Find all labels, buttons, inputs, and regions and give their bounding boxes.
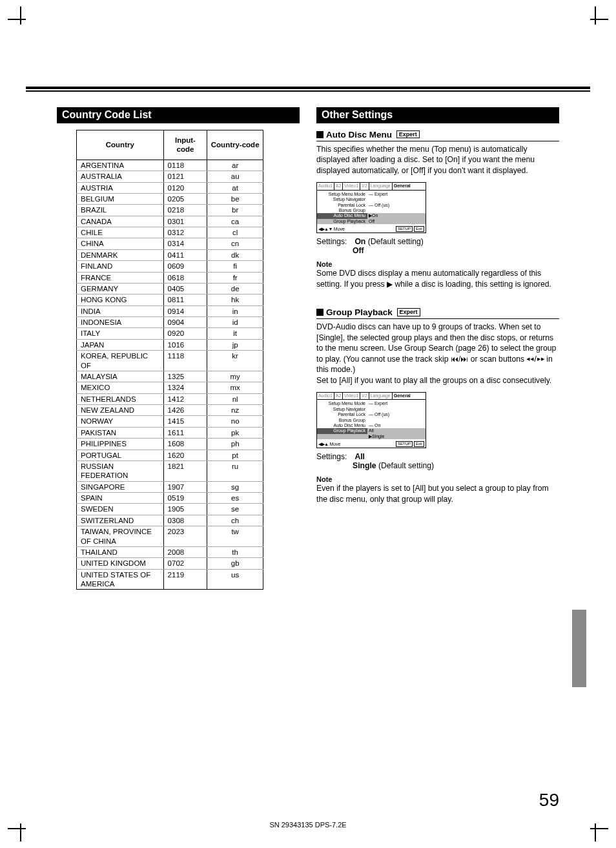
table-cell: 0301: [163, 216, 207, 227]
table-cell: CANADA: [77, 216, 164, 227]
osd-setup-button: SETUP: [396, 226, 413, 232]
table-row: TAIWAN, PROVINCE OF CHINA2023tw: [77, 526, 263, 547]
table-cell: ch: [207, 515, 263, 526]
table-cell: KOREA, REPUBLIC OF: [77, 351, 164, 371]
auto-disc-settings: Settings: On (Default setting): [316, 237, 559, 246]
osd-tab: V2: [360, 183, 369, 189]
table-cell: SWITZERLAND: [77, 515, 164, 526]
table-row: MEXICO1324mx: [77, 382, 263, 393]
table-cell: PHILIPPINES: [77, 439, 164, 450]
table-cell: 0609: [163, 261, 207, 272]
table-cell: jp: [207, 339, 263, 350]
side-tab: [572, 610, 586, 687]
top-rule: [26, 87, 590, 92]
crop-mark: [582, 10, 604, 32]
auto-disc-paragraph: This specifies whether the menu (Top men…: [316, 144, 559, 176]
osd-move-hint: ◀▶▲ Move: [318, 442, 341, 447]
group-playback-note: Even if the players is set to [All] but …: [316, 483, 559, 504]
table-row: NETHERLANDS1412nl: [77, 393, 263, 404]
table-cell: INDIA: [77, 305, 164, 316]
table-cell: 0308: [163, 515, 207, 526]
table-row: CANADA0301ca: [77, 216, 263, 227]
right-column: Other Settings Auto Disc Menu Expert Thi…: [316, 107, 559, 590]
table-row: GERMANY0405de: [77, 283, 263, 294]
table-row: DENMARK0411dk: [77, 249, 263, 260]
table-row: FINLAND0609fi: [77, 261, 263, 272]
table-row: INDONESIA0904id: [77, 317, 263, 328]
table-cell: FRANCE: [77, 272, 164, 283]
osd-tab: Audio1: [317, 183, 334, 189]
osd-tab: Language: [369, 393, 393, 399]
table-cell: JAPAN: [77, 339, 164, 350]
table-cell: 0618: [163, 272, 207, 283]
rule: [316, 141, 559, 141]
table-cell: 0904: [163, 317, 207, 328]
heading-group-playback: Group Playback Expert: [316, 307, 559, 317]
table-cell: id: [207, 317, 263, 328]
table-cell: FINLAND: [77, 261, 164, 272]
table-cell: NETHERLANDS: [77, 393, 164, 404]
osd-row: Bonus Group: [317, 208, 426, 213]
table-cell: NORWAY: [77, 416, 164, 427]
table-cell: ca: [207, 216, 263, 227]
table-cell: BELGIUM: [77, 193, 164, 204]
table-row: AUSTRALIA0121au: [77, 171, 263, 182]
table-cell: 2119: [163, 569, 207, 590]
table-cell: AUSTRALIA: [77, 171, 164, 182]
table-cell: 1905: [163, 504, 207, 515]
table-row: RUSSIAN FEDERATION1821ru: [77, 460, 263, 481]
table-cell: 2008: [163, 546, 207, 557]
osd-group-playback: Audio1A2Video1V2LanguageGeneralSetup Men…: [316, 392, 426, 448]
table-cell: pt: [207, 450, 263, 460]
table-cell: hk: [207, 295, 263, 305]
table-cell: ru: [207, 460, 263, 481]
table-row: KOREA, REPUBLIC OF1118kr: [77, 351, 263, 371]
osd-tab: General: [393, 393, 412, 399]
table-cell: 0811: [163, 295, 207, 305]
table-cell: HONG KONG: [77, 295, 164, 305]
table-cell: br: [207, 205, 263, 216]
osd-tab: V2: [360, 393, 369, 399]
table-cell: PAKISTAN: [77, 427, 164, 438]
table-row: ARGENTINA0118ar: [77, 160, 263, 171]
table-cell: 1620: [163, 450, 207, 460]
table-cell: 0411: [163, 249, 207, 260]
footer-text: SN 29343135 DPS-7.2E: [0, 821, 616, 829]
table-cell: 0218: [163, 205, 207, 216]
table-cell: THAILAND: [77, 546, 164, 557]
table-cell: tw: [207, 526, 263, 547]
rule: [316, 318, 559, 319]
osd-row: Auto Disc Menu— On: [317, 423, 426, 428]
osd-tab: General: [393, 183, 412, 189]
osd-tab: Language: [369, 183, 393, 189]
table-cell: at: [207, 182, 263, 193]
auto-disc-note: Some DVD discs display a menu automatica…: [316, 268, 559, 289]
osd-setup-button: SETUP: [396, 441, 413, 447]
table-cell: 1611: [163, 427, 207, 438]
table-cell: 0314: [163, 238, 207, 249]
table-cell: 0120: [163, 182, 207, 193]
table-cell: ARGENTINA: [77, 160, 164, 171]
osd-row: Setup Navigator: [317, 407, 426, 412]
table-row: ITALY0920it: [77, 328, 263, 339]
osd-exit-button: Exit: [414, 226, 424, 232]
osd-auto-disc-menu: Audio1A2Video1V2LanguageGeneralSetup Men…: [316, 182, 426, 233]
osd-tab: Video1: [343, 393, 360, 399]
heading-text: Auto Disc Menu: [326, 130, 392, 140]
table-cell: 0312: [163, 227, 207, 238]
table-cell: us: [207, 569, 263, 590]
table-cell: 1608: [163, 439, 207, 450]
table-row: UNITED KINGDOM0702gb: [77, 558, 263, 569]
table-cell: nl: [207, 393, 263, 404]
osd-row: Setup Menu Mode— Expert: [317, 192, 426, 197]
table-cell: se: [207, 504, 263, 515]
table-cell: 1821: [163, 460, 207, 481]
table-row: INDIA0914in: [77, 305, 263, 316]
table-cell: 1016: [163, 339, 207, 350]
heading-text: Group Playback: [326, 307, 393, 317]
osd-row: Setup Navigator: [317, 197, 426, 202]
table-cell: ITALY: [77, 328, 164, 339]
table-header: Input-code: [163, 130, 207, 160]
setting-off: Off: [353, 246, 364, 255]
group-playback-settings: Settings: All: [316, 452, 559, 461]
